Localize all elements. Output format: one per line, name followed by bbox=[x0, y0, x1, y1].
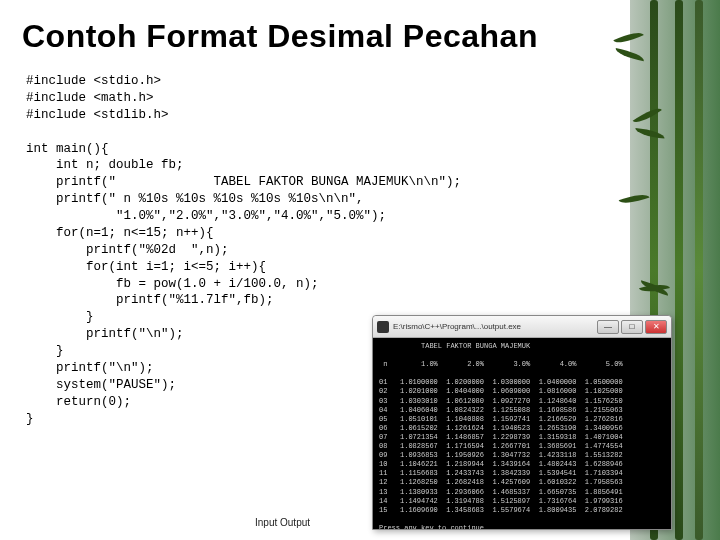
console-output: TABEL FAKTOR BUNGA MAJEMUK n 1.0% 2.0% 3… bbox=[373, 338, 671, 529]
app-icon bbox=[377, 321, 389, 333]
footer-label: Input Output bbox=[255, 517, 310, 528]
minimize-button[interactable]: — bbox=[597, 320, 619, 334]
window-titlebar: E:\rismo\C++\Program\...\output.exe — □ … bbox=[373, 316, 671, 338]
window-title: E:\rismo\C++\Program\...\output.exe bbox=[393, 322, 597, 331]
console-window: E:\rismo\C++\Program\...\output.exe — □ … bbox=[372, 315, 672, 530]
maximize-button[interactable]: □ bbox=[621, 320, 643, 334]
close-button[interactable]: ✕ bbox=[645, 320, 667, 334]
